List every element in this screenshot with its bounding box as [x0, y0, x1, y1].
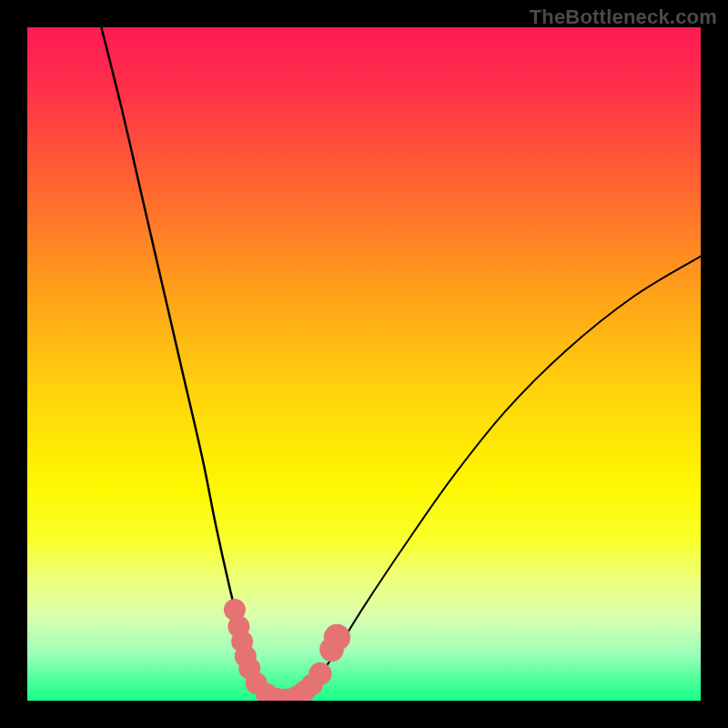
data-marker — [324, 624, 350, 651]
plot-area — [27, 27, 701, 701]
chart-svg — [27, 27, 701, 701]
data-marker — [308, 662, 331, 685]
left-curve — [101, 27, 283, 701]
watermark-text: TheBottleneck.com — [530, 5, 717, 29]
chart-frame: TheBottleneck.com — [0, 0, 728, 728]
data-markers — [224, 599, 350, 701]
